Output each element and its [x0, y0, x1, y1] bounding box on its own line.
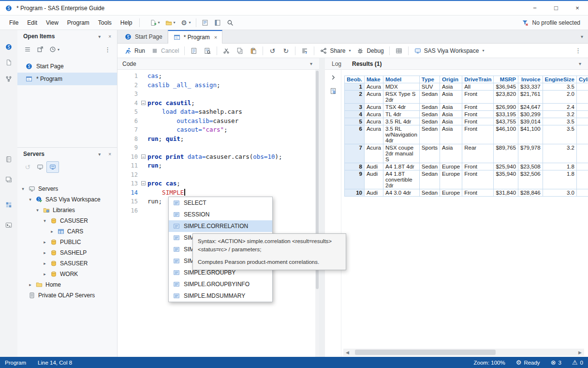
copy-button[interactable] [233, 45, 247, 57]
column-header-beob[interactable]: Beob. [345, 76, 365, 83]
new-item-button[interactable]: ▾ [147, 17, 162, 29]
code-line-13[interactable]: 13−proc cas; [118, 179, 315, 188]
cancel-button[interactable]: Cancel [148, 45, 182, 57]
column-header-drivetrain[interactable]: DriveTrain [462, 76, 494, 83]
tree-chevron-icon[interactable]: ▸ [42, 261, 47, 266]
document-rail-button[interactable] [3, 57, 14, 68]
status-warnings[interactable]: ⚠ 0 [572, 359, 583, 366]
tree-item-private-olap-servers[interactable]: Private OLAP Servers [17, 290, 117, 301]
redo-button[interactable]: ↻ [279, 45, 293, 57]
autocomplete-item-simple-groupbyinfo[interactable]: SIMPLE.GROUPBYINFO [169, 278, 272, 290]
column-header-msrp[interactable]: MSRP [494, 76, 518, 83]
details-button[interactable] [21, 44, 34, 55]
code-line-4[interactable]: 4−proc casutil; [118, 99, 315, 108]
open-items-overflow-button[interactable]: ⋮ [102, 45, 113, 55]
close-button[interactable]: × [567, 1, 588, 15]
column-header-enginesize[interactable]: EngineSize [543, 76, 576, 83]
cut-button[interactable] [220, 45, 233, 57]
tree-chevron-icon[interactable]: ▾ [28, 197, 33, 202]
open-button[interactable]: ▾ [162, 17, 178, 29]
tree-item-public[interactable]: ▸PUBLIC [17, 237, 117, 247]
column-header-origin[interactable]: Origin [440, 76, 462, 83]
server-profile-button[interactable] [34, 161, 46, 173]
history-button[interactable]: ▾ [46, 44, 62, 55]
sas-viya-workspace-button[interactable]: SAS Viya Workspace▾ [411, 45, 487, 57]
code-line-8[interactable]: 8run; quit; [118, 135, 315, 144]
apps-rail-button[interactable] [3, 199, 14, 210]
sas-rail-button[interactable] [3, 42, 14, 52]
autocomplete-item-simple-correlation[interactable]: SIMPLE.CORRELATION [169, 220, 272, 232]
folders-rail-button[interactable] [3, 174, 14, 185]
tree-chevron-icon[interactable]: ▸ [49, 229, 55, 234]
code-line-3[interactable]: 3 [118, 90, 315, 99]
status-errors[interactable]: ⊗ 3 [551, 359, 561, 366]
tab-start-page[interactable]: Start Page [119, 30, 168, 43]
settings-button[interactable]: ⚙▾ [178, 17, 193, 29]
undo-button[interactable]: ↺ [265, 45, 279, 57]
maximize-button[interactable]: □ [545, 1, 567, 15]
hscrollbar-track[interactable] [351, 350, 577, 355]
panel-splitter[interactable] [319, 58, 325, 357]
column-header-invoice[interactable]: Invoice [518, 76, 543, 83]
share-button[interactable]: Share▾ [317, 45, 353, 57]
code-line-1[interactable]: 1cas; [118, 72, 315, 81]
tree-item-libraries[interactable]: ▾Libraries [17, 205, 117, 215]
open-items-menu-caret-icon[interactable]: ▾ [96, 33, 103, 40]
results-toc-icon[interactable] [329, 87, 337, 95]
tree-chevron-icon[interactable]: ▸ [42, 272, 47, 276]
autocomplete-item-select[interactable]: SELECT [169, 197, 272, 209]
servers-menu-caret-icon[interactable]: ▾ [96, 151, 103, 158]
hscrollbar-thumb[interactable] [355, 350, 495, 355]
notebook-rail-button[interactable] [3, 154, 14, 165]
open-item-program[interactable]: * Program [17, 73, 117, 85]
menu-file[interactable]: File [5, 17, 23, 29]
code-line-10[interactable]: 10−proc print data=casuser.cars(obs=10); [118, 153, 315, 162]
tree-item-cars[interactable]: ▸CARS [17, 226, 117, 237]
tree-chevron-icon[interactable]: ▾ [42, 218, 47, 223]
tree-item-sashelp[interactable]: ▸SASHELP [17, 247, 117, 258]
status-zoom[interactable]: Zoom: 100% [474, 360, 505, 366]
tree-item-sas-viya-workspace[interactable]: ▾SAS Viya Workspace [17, 194, 117, 205]
code-line-11[interactable]: 11run; [118, 161, 315, 170]
scroll-right-icon[interactable]: ▶ [577, 350, 583, 355]
run-button[interactable]: Run [121, 45, 148, 57]
profile-indicator[interactable]: No profile selected [518, 17, 583, 29]
results-hscrollbar[interactable]: ◀ ▶ [343, 349, 584, 356]
code-line-2[interactable]: 2caslib _all_ assign; [118, 81, 315, 90]
tree-item-sasuser[interactable]: ▸SASUSER [17, 258, 117, 269]
format-button[interactable] [298, 45, 311, 57]
tree-item-home[interactable]: ▸Home [17, 279, 117, 290]
toolbar-overflow-button[interactable]: ⋮ [572, 46, 584, 56]
column-header-type[interactable]: Type [419, 76, 440, 83]
paste-button[interactable] [247, 45, 260, 57]
open-item-start-page[interactable]: Start Page [17, 60, 117, 73]
tree-chevron-icon[interactable]: ▾ [35, 208, 40, 213]
column-header-model[interactable]: Model [383, 76, 420, 83]
journal-button[interactable] [211, 17, 224, 29]
log-button[interactable] [187, 45, 201, 57]
fold-collapse-icon[interactable]: − [141, 154, 146, 159]
tab-program[interactable]: * Program× [168, 30, 222, 44]
server-connect-button[interactable] [46, 161, 59, 173]
editor-scrollbar[interactable] [315, 70, 319, 357]
menu-program[interactable]: Program [63, 17, 94, 29]
fold-collapse-icon[interactable]: − [141, 181, 146, 185]
fold-collapse-icon[interactable]: − [141, 101, 146, 105]
code-line-14[interactable]: 14 SIMPLE [118, 188, 315, 198]
task-list-button[interactable] [199, 17, 211, 29]
tab-results-1[interactable]: Results (1) [350, 59, 383, 69]
tab-close-icon[interactable]: × [214, 34, 217, 40]
menu-help[interactable]: Help [116, 17, 137, 29]
menu-view[interactable]: View [42, 17, 63, 29]
grid-button[interactable] [392, 45, 406, 57]
menu-tools[interactable]: Tools [94, 17, 116, 29]
code-line-7[interactable]: 7 casout="cars"; [118, 125, 315, 135]
code-line-9[interactable]: 9 [118, 143, 315, 153]
results-menu-caret-icon[interactable]: ▾ [577, 60, 583, 67]
status-position[interactable]: Line 14, Col 8 [38, 360, 72, 366]
autocomplete-item-simple-mdsummary[interactable]: SIMPLE.MDSUMMARY [169, 290, 272, 302]
minimize-button[interactable]: − [524, 1, 545, 15]
tree-chevron-icon[interactable]: ▾ [20, 186, 26, 191]
autocomplete-item-session[interactable]: SESSION [169, 209, 272, 220]
refresh-button[interactable]: ↺ [21, 161, 34, 173]
